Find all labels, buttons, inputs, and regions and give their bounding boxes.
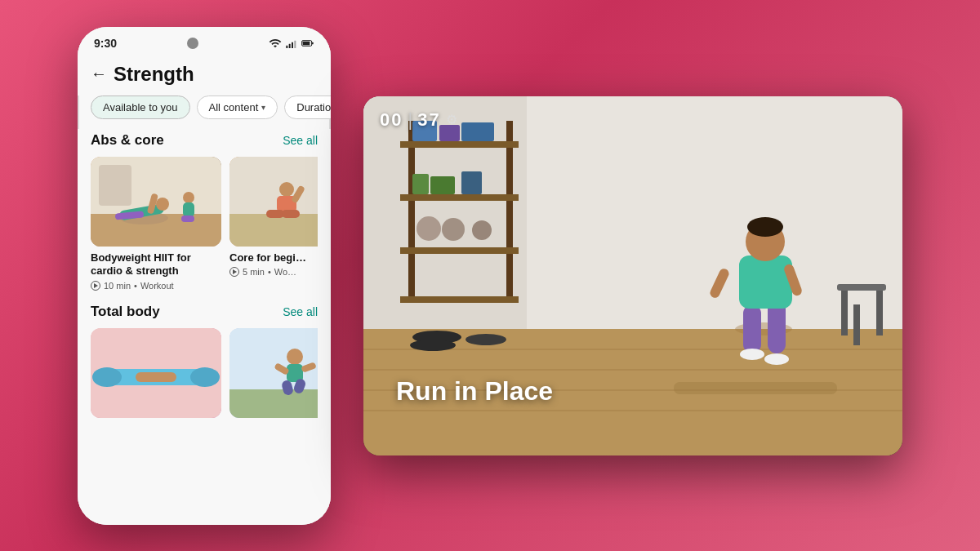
- svg-point-28: [190, 367, 220, 387]
- svg-rect-30: [229, 328, 318, 389]
- svg-rect-16: [183, 202, 194, 217]
- total2-illustration: [229, 328, 318, 418]
- tablet-screen: 00 | 37 ⚙ Run in Place: [363, 96, 902, 455]
- front-camera: [187, 38, 198, 49]
- core-dot: •: [268, 267, 271, 277]
- svg-rect-55: [430, 176, 455, 194]
- abs-core-see-all[interactable]: See all: [283, 134, 318, 147]
- abs-core-cards: Bodyweight HIIT for cardio & strength 10…: [91, 157, 318, 291]
- svg-rect-53: [461, 122, 494, 141]
- page-title: Strength: [114, 63, 194, 86]
- workout-card-total2[interactable]: [229, 328, 318, 423]
- hiit-card-title: Bodyweight HIIT for cardio & strength: [91, 251, 221, 279]
- svg-rect-29: [136, 372, 176, 382]
- svg-point-58: [442, 218, 465, 241]
- play-icon-2: [229, 267, 239, 277]
- card-thumb-core: [229, 157, 318, 247]
- back-button[interactable]: ←: [91, 64, 107, 83]
- svg-rect-68: [743, 304, 761, 353]
- core-illustration: [229, 157, 318, 247]
- filter-bar: Available to you All content ▾ Duration …: [78, 96, 331, 129]
- abs-core-section-header: Abs & core See all: [91, 132, 318, 149]
- card-thumb-hiit: [91, 157, 221, 247]
- wifi-icon: [269, 37, 282, 50]
- total-body-section-header: Total body See all: [91, 304, 318, 320]
- scene: 9:30: [0, 0, 980, 551]
- svg-point-12: [156, 198, 169, 211]
- svg-rect-63: [837, 284, 886, 291]
- svg-point-62: [410, 340, 456, 351]
- status-bar: 9:30: [78, 27, 331, 56]
- page-header: ← Strength: [78, 56, 331, 96]
- timer-overlay: 00 | 37 ⚙: [380, 109, 457, 131]
- svg-rect-1: [289, 43, 291, 47]
- card-thumb-total2: [229, 328, 318, 418]
- svg-point-27: [92, 367, 122, 387]
- timer-seconds: 37: [417, 109, 440, 131]
- chevron-down-icon: ▾: [261, 103, 265, 112]
- svg-rect-49: [400, 247, 519, 254]
- svg-rect-66: [853, 304, 860, 345]
- battery-icon: [301, 37, 314, 50]
- hiit-card-meta: 10 min • Workout: [91, 281, 221, 291]
- filter-available[interactable]: Available to you: [91, 96, 190, 119]
- svg-rect-47: [400, 141, 519, 148]
- svg-rect-65: [876, 291, 883, 335]
- svg-rect-22: [266, 210, 284, 218]
- svg-rect-50: [400, 296, 519, 303]
- filter-duration[interactable]: Duration ▾: [284, 96, 331, 119]
- svg-point-61: [466, 334, 506, 345]
- filter-duration-label: Duration: [296, 101, 331, 113]
- abs-core-title: Abs & core: [91, 132, 164, 149]
- play-icon: [91, 281, 100, 291]
- svg-rect-56: [461, 171, 482, 194]
- svg-rect-9: [99, 165, 131, 206]
- svg-rect-5: [303, 41, 310, 45]
- filter-content[interactable]: All content ▾: [197, 96, 278, 119]
- signal-icon: [285, 37, 298, 50]
- svg-point-74: [747, 217, 783, 237]
- exercise-name-label: Run in Place: [396, 376, 553, 407]
- svg-point-71: [764, 353, 789, 365]
- svg-rect-31: [229, 389, 318, 418]
- svg-rect-23: [282, 210, 300, 218]
- svg-rect-18: [229, 157, 318, 214]
- hiit-dot: •: [134, 281, 137, 291]
- core-type: Wo…: [274, 267, 296, 277]
- total1-illustration: [91, 328, 221, 418]
- svg-point-57: [416, 216, 441, 241]
- play-triangle: [94, 283, 98, 288]
- svg-point-20: [279, 182, 294, 197]
- svg-rect-2: [292, 42, 293, 47]
- svg-rect-0: [286, 45, 287, 47]
- core-card-title: Core for begi…: [229, 251, 318, 265]
- filter-content-label: All content: [209, 101, 259, 113]
- workout-card-total1[interactable]: [91, 328, 221, 423]
- svg-rect-54: [412, 174, 429, 194]
- workout-card-hiit[interactable]: Bodyweight HIIT for cardio & strength 10…: [91, 157, 221, 291]
- filter-available-label: Available to you: [103, 101, 178, 113]
- svg-rect-19: [229, 214, 318, 247]
- total-body-see-all[interactable]: See all: [283, 305, 318, 318]
- phone-content: Abs & core See all: [78, 129, 331, 525]
- phone-device: 9:30: [78, 27, 331, 525]
- workout-card-core[interactable]: Core for begi… 5 min • Wo…: [229, 157, 318, 291]
- svg-point-70: [740, 349, 764, 360]
- status-icons: [269, 37, 314, 50]
- core-card-meta: 5 min • Wo…: [229, 267, 318, 277]
- svg-point-15: [183, 192, 194, 203]
- svg-rect-3: [294, 40, 296, 47]
- svg-rect-48: [400, 194, 519, 201]
- svg-point-59: [472, 220, 492, 240]
- timer-minutes: 00: [380, 109, 403, 131]
- settings-icon: ⚙: [446, 112, 457, 127]
- svg-rect-72: [739, 256, 792, 309]
- total-body-cards: [91, 328, 318, 423]
- hiit-duration: 10 min: [104, 281, 131, 291]
- status-time: 9:30: [94, 37, 117, 50]
- svg-point-32: [287, 349, 303, 365]
- svg-rect-6: [312, 42, 314, 44]
- total-body-title: Total body: [91, 304, 160, 320]
- timer-separator: |: [408, 109, 412, 131]
- tablet-device: 00 | 37 ⚙ Run in Place: [363, 96, 902, 455]
